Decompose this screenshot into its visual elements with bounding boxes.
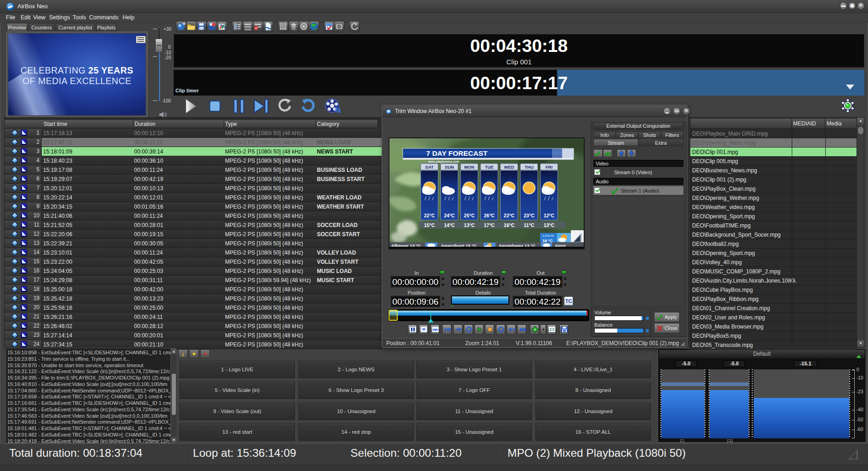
svg-text:TUE: TUE (485, 165, 494, 170)
svg-text:Amstelveen 13 °C: Amstelveen 13 °C (499, 243, 535, 247)
svg-text:13°C: 13°C (544, 222, 555, 228)
svg-text:www.playboxneo.com: www.playboxneo.com (428, 160, 459, 164)
svg-text:WED: WED (504, 165, 514, 170)
svg-text:16°C: 16°C (504, 222, 515, 228)
svg-text:THU: THU (524, 165, 534, 170)
svg-text:ALKMAAR: ALKMAAR (542, 234, 554, 237)
svg-text:17°C: 17°C (484, 222, 495, 228)
svg-text:15°C: 15°C (424, 222, 435, 228)
svg-text:11°C: 11°C (524, 222, 535, 228)
svg-text:FRI: FRI (546, 165, 552, 170)
svg-text:24°C: 24°C (444, 213, 455, 218)
svg-text:SUN: SUN (445, 165, 454, 170)
svg-text:25°C: 25°C (464, 213, 475, 218)
svg-text:26°C: 26°C (484, 213, 495, 218)
svg-text:13°C: 13°C (464, 222, 475, 228)
svg-text:23°C: 23°C (524, 213, 535, 218)
svg-text:14°C: 14°C (444, 222, 455, 228)
svg-text:12°C: 12°C (544, 213, 555, 218)
svg-text:7 DAY FORECAST: 7 DAY FORECAST (426, 149, 488, 157)
svg-text:MON: MON (464, 165, 474, 170)
svg-text:22°C: 22°C (504, 213, 515, 218)
svg-text:Amersfoort 15 °C: Amersfoort 15 °C (441, 243, 477, 247)
svg-text:Alkmaar 13 °C: Alkmaar 13 °C (391, 243, 421, 247)
svg-text:SAT: SAT (425, 165, 434, 170)
svg-text:Amst: Amst (555, 243, 566, 247)
svg-text:22°C: 22°C (424, 213, 435, 218)
